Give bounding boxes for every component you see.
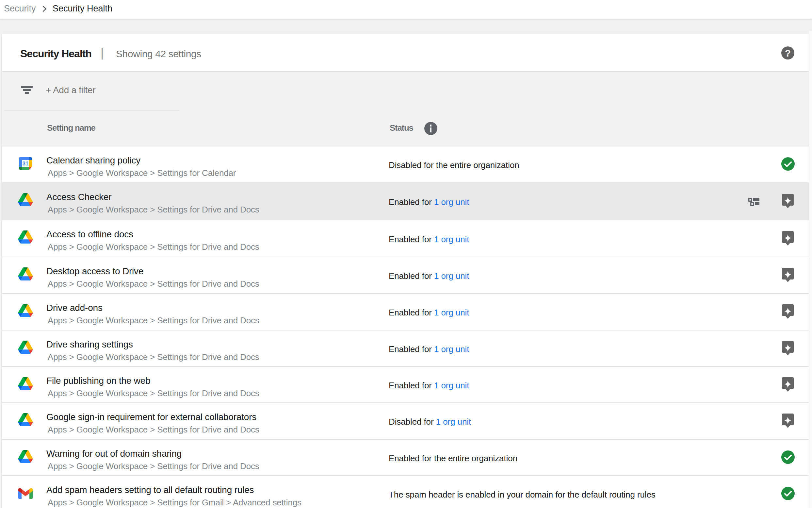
- svg-text:31: 31: [22, 161, 29, 167]
